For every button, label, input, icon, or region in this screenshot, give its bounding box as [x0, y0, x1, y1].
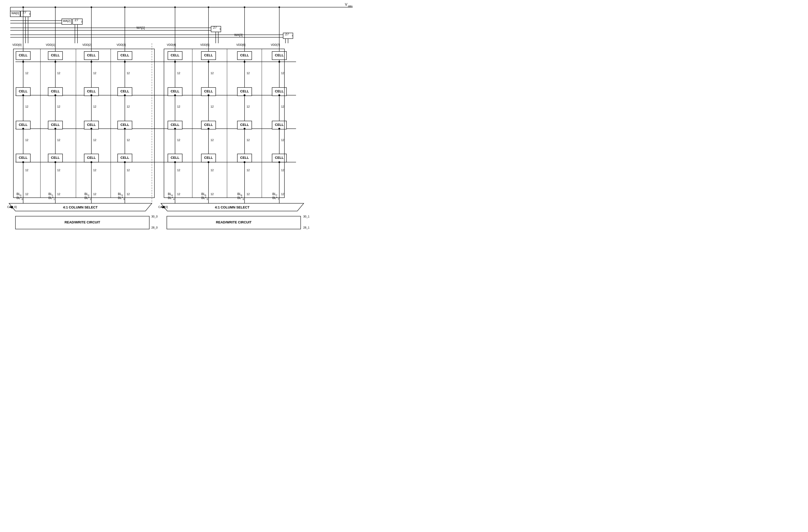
blstar0-label: BL*: [17, 196, 22, 200]
vdd5-label: VDD[5]: [200, 43, 209, 46]
rw-left-label: READ/WRITE CIRCUIT: [65, 220, 100, 224]
dot-c6r0: [244, 61, 245, 63]
num-c6-3: 12: [246, 169, 250, 172]
cell-c4r3-label: CELL: [171, 156, 179, 160]
dot-c0r0: [22, 61, 24, 63]
num-c2-3: 12: [93, 169, 96, 172]
label-28-0: 28_0: [151, 226, 158, 229]
decoder5-label: 27: [213, 25, 217, 29]
cell-c7r1-label: CELL: [275, 89, 284, 93]
bl6-label: BL: [237, 192, 241, 196]
dot-c5r0: [208, 61, 209, 63]
decoder7-label: 27: [285, 32, 289, 36]
cell-c0r2-label: CELL: [19, 123, 27, 127]
blstar2-sub: 2: [90, 198, 91, 201]
num-c2-2: 12: [93, 139, 96, 142]
vdd7-label: VDD[7]: [271, 43, 280, 46]
cell-c5r3-label: CELL: [204, 156, 213, 160]
cell-c1r0-label: CELL: [51, 53, 60, 57]
num-bl1: 12: [57, 192, 60, 196]
blstar5-label: BL*: [201, 196, 206, 200]
bl0-label: BL: [17, 192, 20, 196]
num-c7-1: 12: [281, 105, 284, 108]
bl1-label: BL: [49, 192, 52, 196]
blstar3-sub: 3: [123, 198, 125, 201]
cell-c6r1-label: CELL: [240, 89, 249, 93]
bl2-label: BL: [85, 192, 88, 196]
cell-c5r0-label: CELL: [204, 53, 213, 57]
blstar3-label: BL*: [118, 196, 123, 200]
vdd4-label: VDD[4]: [167, 43, 176, 46]
wa3-label: WA[3]: [234, 33, 242, 37]
decoder0-sub: 0: [29, 13, 30, 15]
rail-dot-c1: [55, 6, 56, 8]
num-c0-3: 12: [25, 169, 28, 172]
dot-c3r0: [124, 61, 126, 63]
rail-dot-c4: [174, 6, 176, 8]
num-c6-2: 12: [246, 139, 250, 142]
rail-dot-c7: [278, 6, 280, 8]
dot-c2r3: [91, 161, 92, 163]
label-30-0: 30_0: [151, 215, 158, 218]
wa2-label: WA[2]: [63, 19, 71, 22]
dot-c7r1: [278, 94, 280, 96]
num-bl5: 12: [210, 192, 214, 196]
cell-c2r3-label: CELL: [87, 156, 96, 160]
blstar7-sub: 7: [278, 198, 279, 201]
num-c5-2: 12: [210, 139, 214, 142]
dot-c1r3: [55, 161, 56, 163]
dot-c2r1: [91, 94, 92, 96]
dot-c7r3: [278, 161, 280, 163]
dot-c6r3: [244, 161, 245, 163]
num-c0-0: 12: [25, 72, 28, 75]
cell-c1r1-label: CELL: [51, 89, 60, 93]
cell-c7r3-label: CELL: [275, 156, 284, 160]
blstar4-sub: 4: [173, 198, 175, 201]
num-c0-1: 12: [25, 105, 28, 108]
cell-c5r1-label: CELL: [204, 89, 213, 93]
cell-c1r3-label: CELL: [51, 156, 60, 160]
dot-c5r2: [208, 128, 209, 130]
bl5-label: BL: [201, 192, 205, 196]
dot-c1r1: [55, 94, 56, 96]
cell-c6r0-label: CELL: [240, 53, 249, 57]
vddm-sub: ddm: [348, 5, 353, 7]
num-bl4: 12: [177, 192, 180, 196]
blstar2-label: BL*: [85, 196, 90, 200]
num-c1-0: 12: [57, 72, 60, 75]
dot-c1r0: [55, 61, 56, 63]
dot-c6r1: [244, 94, 245, 96]
num-c3-0: 12: [127, 72, 130, 75]
dot-c0r2: [22, 128, 24, 130]
cell-c6r3-label: CELL: [240, 156, 249, 160]
num-c7-3: 12: [281, 169, 284, 172]
num-bl0: 12: [25, 192, 28, 196]
num-bl7: 12: [281, 192, 284, 196]
dot-c1r2: [55, 128, 56, 130]
num-c4-1: 12: [177, 105, 180, 108]
vdd1-label: VDD[1]: [46, 43, 55, 46]
dot-c7r0: [278, 61, 280, 63]
dot-c4r2: [174, 128, 176, 130]
dot-c0r3: [22, 161, 24, 163]
rail-dot-c0: [22, 6, 24, 8]
vdd0-label: VDD[0]: [12, 43, 21, 46]
cell-c0r1-label: CELL: [19, 89, 27, 93]
rail-dot-c3: [124, 6, 126, 8]
dot-c7r2: [278, 128, 280, 130]
wa0-label: WA[0]: [11, 12, 19, 15]
blstar6-label: BL*: [237, 196, 242, 200]
label-28-1: 28_1: [303, 226, 309, 229]
cell-c4r1-label: CELL: [171, 89, 179, 93]
num-c5-0: 12: [210, 72, 214, 75]
num-c1-2: 12: [57, 139, 60, 142]
rail-dot-c6: [244, 6, 245, 8]
decoder2-sub: 2: [81, 20, 82, 23]
cell-c2r1-label: CELL: [87, 89, 96, 93]
num-c3-3: 12: [127, 169, 130, 172]
dot-c3r2: [124, 128, 126, 130]
dot-c4r0: [174, 61, 176, 63]
cell-c3r0-label: CELL: [121, 53, 129, 57]
cell-c4r2-label: CELL: [171, 123, 179, 127]
num-bl6: 12: [246, 192, 250, 196]
